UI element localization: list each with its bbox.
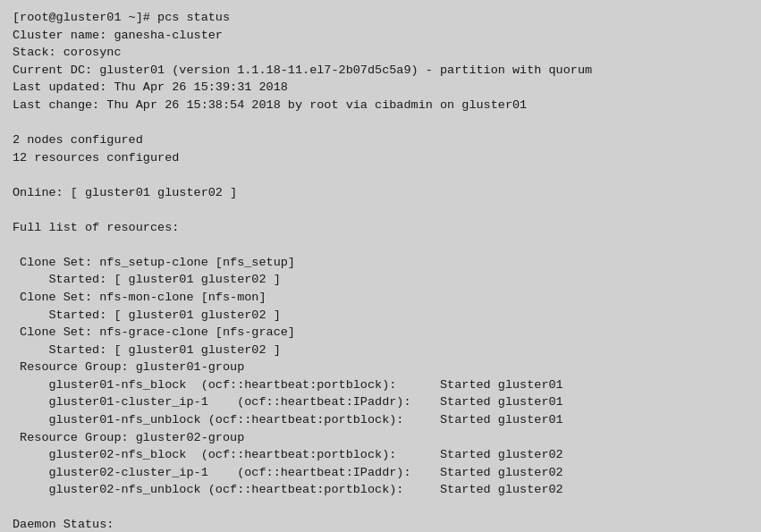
terminal-line: Started: [ gluster01 gluster02 ] — [13, 342, 748, 359]
terminal-line: Clone Set: nfs-mon-clone [nfs-mon] — [13, 289, 748, 307]
terminal-line: Resource Group: gluster02-group — [13, 429, 748, 447]
terminal-line: Clone Set: nfs_setup-clone [nfs_setup] — [13, 254, 748, 272]
terminal-line: gluster02-nfs_block (ocf::heartbeat:port… — [13, 446, 748, 464]
terminal-line: gluster01-nfs_unblock (ocf::heartbeat:po… — [13, 411, 748, 429]
terminal-line: Started: [ gluster01 gluster02 ] — [13, 271, 748, 289]
terminal-line: 12 resources configured — [13, 149, 748, 167]
terminal-line: Online: [ gluster01 gluster02 ] — [13, 184, 748, 202]
terminal-line: Clone Set: nfs-grace-clone [nfs-grace] — [13, 324, 748, 342]
terminal-line: gluster02-cluster_ip-1 (ocf::heartbeat:I… — [13, 464, 748, 482]
terminal-line: Current DC: gluster01 (version 1.1.18-11… — [13, 62, 748, 80]
terminal-line: [root@gluster01 ~]# pcs status — [13, 9, 748, 27]
terminal-line: Resource Group: gluster01-group — [13, 359, 748, 376]
terminal-line: Last updated: Thu Apr 26 15:39:31 2018 — [13, 79, 748, 97]
terminal-line: gluster01-nfs_block (ocf::heartbeat:port… — [13, 376, 748, 394]
blank-line — [13, 201, 748, 219]
terminal-window: [root@gluster01 ~]# pcs statusCluster na… — [0, 0, 761, 532]
terminal-line: Last change: Thu Apr 26 15:38:54 2018 by… — [13, 97, 748, 114]
blank-line — [13, 236, 748, 254]
blank-line — [13, 499, 748, 517]
terminal-line: gluster02-nfs_unblock (ocf::heartbeat:po… — [13, 481, 748, 499]
terminal-line: gluster01-cluster_ip-1 (ocf::heartbeat:I… — [13, 393, 748, 411]
terminal-line: Cluster name: ganesha-cluster — [13, 27, 748, 45]
terminal-line: Started: [ gluster01 gluster02 ] — [13, 307, 748, 325]
terminal-line: Full list of resources: — [13, 219, 748, 237]
terminal-line: 2 nodes configured — [13, 131, 748, 149]
blank-line — [13, 114, 748, 131]
blank-line — [13, 166, 748, 184]
terminal-line: Daemon Status: — [13, 516, 748, 532]
terminal-line: Stack: corosync — [13, 44, 748, 62]
